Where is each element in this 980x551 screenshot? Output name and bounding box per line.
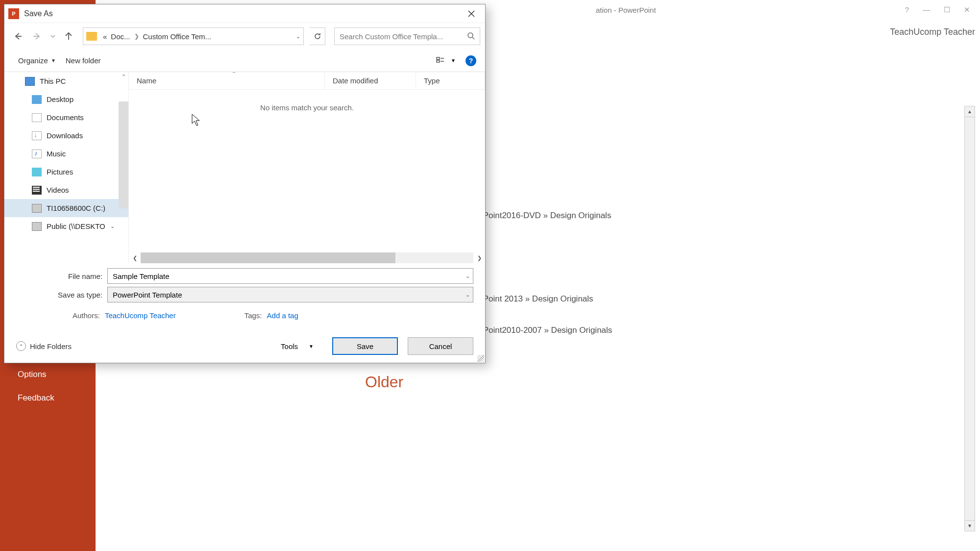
user-label[interactable]: TeachUcomp Teacher	[890, 27, 975, 37]
breadcrumb-pre[interactable]: «	[101, 32, 109, 41]
search-placeholder: Search Custom Office Templa...	[340, 32, 443, 41]
address-dropdown[interactable]: ⌄	[296, 33, 300, 40]
column-date[interactable]: Date modified	[325, 72, 416, 89]
svg-rect-2	[437, 60, 440, 62]
close-button[interactable]: ✕	[964, 5, 970, 14]
dialog-nav-bar: « Doc... ❯ Custom Office Tem... ⌄ Search…	[4, 23, 485, 50]
drive-icon	[32, 204, 42, 213]
tree-music[interactable]: Music	[4, 145, 128, 163]
tools-dropdown[interactable]: Tools ▼	[274, 339, 320, 353]
scroll-down-button[interactable]: ▼	[965, 520, 975, 531]
chevron-right-icon[interactable]: ❯	[132, 33, 141, 40]
nav-up-button[interactable]	[60, 28, 77, 45]
pc-icon	[25, 77, 35, 86]
nav-forward-button[interactable]	[29, 28, 46, 45]
save-button[interactable]: Save	[332, 337, 398, 355]
dialog-bottom-panel: File name: Sample Template ⌄ Save as typ…	[4, 263, 485, 363]
tree-documents[interactable]: Documents	[4, 108, 128, 126]
tree-expand-icon[interactable]: ⌄	[110, 223, 115, 229]
tree-this-pc[interactable]: This PC	[4, 72, 128, 90]
filename-dropdown-icon[interactable]: ⌄	[466, 273, 470, 279]
column-name[interactable]: Name	[129, 72, 325, 89]
savetype-dropdown-icon[interactable]: ⌄	[466, 292, 470, 298]
filename-label: File name:	[16, 272, 107, 280]
chevron-up-icon: ⌃	[16, 341, 26, 351]
organize-button[interactable]: Organize ▼	[13, 53, 61, 68]
tags-label: Tags:	[245, 311, 262, 320]
music-icon	[32, 150, 42, 158]
tree-drive-c[interactable]: TI10658600C (C:)	[4, 199, 128, 217]
vertical-scrollbar[interactable]: ▲ ▼	[964, 106, 975, 531]
sidebar-item-feedback[interactable]: Feedback	[0, 386, 96, 410]
tree-scrollbar-thumb[interactable]	[119, 101, 128, 208]
older-heading: Older	[365, 373, 403, 391]
empty-message: No items match your search.	[129, 90, 485, 125]
cancel-button[interactable]: Cancel	[408, 337, 473, 355]
save-as-dialog: P Save As « Doc... ❯ Custom Office Tem..…	[4, 4, 486, 363]
dialog-titlebar: P Save As	[4, 4, 485, 23]
recent-path-2[interactable]: rPoint 2013 » Design Originals	[480, 294, 612, 304]
help-button[interactable]: ?	[466, 55, 476, 66]
column-headers: ⌃ Name Date modified Type	[129, 72, 485, 90]
sidebar-item-options[interactable]: Options	[0, 363, 96, 386]
pictures-icon	[32, 168, 42, 176]
sort-indicator-icon: ⌃	[232, 72, 236, 77]
svg-rect-1	[437, 57, 440, 59]
ppt-help-button[interactable]: ?	[905, 5, 909, 14]
search-icon[interactable]	[467, 32, 475, 41]
videos-icon	[32, 186, 42, 195]
documents-icon	[32, 113, 42, 122]
tags-value[interactable]: Add a tag	[267, 311, 298, 320]
folder-tree: ⌃ This PC Desktop Documents Downloads Mu…	[4, 72, 129, 263]
downloads-icon	[32, 131, 42, 140]
breadcrumb-2[interactable]: Custom Office Tem...	[141, 32, 214, 41]
desktop-icon	[32, 95, 42, 104]
hscroll-left-button[interactable]: ❮	[129, 252, 141, 263]
dialog-title: Save As	[24, 9, 462, 18]
breadcrumb-1[interactable]: Doc...	[109, 32, 132, 41]
tree-desktop[interactable]: Desktop	[4, 90, 128, 108]
authors-value[interactable]: TeachUcomp Teacher	[105, 311, 176, 320]
hscroll-thumb[interactable]	[141, 252, 395, 263]
nav-back-button[interactable]	[9, 28, 26, 45]
scroll-up-button[interactable]: ▲	[965, 106, 975, 117]
tree-videos[interactable]: Videos	[4, 181, 128, 199]
maximize-button[interactable]: ☐	[944, 5, 950, 14]
file-list-hscroll[interactable]: ❮ ❯	[129, 252, 485, 263]
nav-recent-dropdown[interactable]	[49, 28, 57, 45]
resize-grip[interactable]	[477, 355, 484, 362]
hscroll-right-button[interactable]: ❯	[473, 252, 485, 263]
tree-public[interactable]: Public (\\DESKTO ⌄	[4, 217, 128, 235]
new-folder-button[interactable]: New folder	[61, 53, 106, 68]
folder-icon	[86, 32, 97, 41]
address-bar[interactable]: « Doc... ❯ Custom Office Tem... ⌄	[83, 27, 304, 45]
svg-point-0	[468, 33, 473, 38]
minimize-button[interactable]: —	[923, 5, 930, 14]
filename-input[interactable]: Sample Template ⌄	[107, 268, 473, 284]
tree-pictures[interactable]: Pictures	[4, 163, 128, 181]
powerpoint-icon: P	[8, 8, 19, 19]
recent-path-1[interactable]: rPoint2016-DVD » Design Originals	[480, 211, 612, 221]
column-type[interactable]: Type	[416, 72, 485, 89]
tree-scroll-up[interactable]: ⌃	[122, 74, 126, 80]
recent-paths: rPoint2016-DVD » Design Originals rPoint…	[480, 211, 612, 357]
tree-downloads[interactable]: Downloads	[4, 126, 128, 145]
search-input[interactable]: Search Custom Office Templa...	[334, 27, 480, 45]
recent-path-3[interactable]: rPoint2010-2007 » Design Originals	[480, 326, 612, 335]
view-options-button[interactable]: ▼	[433, 54, 459, 67]
authors-label: Authors:	[73, 311, 100, 320]
network-drive-icon	[32, 222, 42, 231]
file-list: ⌃ Name Date modified Type No items match…	[129, 72, 485, 263]
refresh-button[interactable]	[310, 27, 325, 45]
dialog-toolbar: Organize ▼ New folder ▼ ?	[4, 50, 485, 72]
dialog-close-button[interactable]	[462, 6, 481, 21]
savetype-dropdown[interactable]: PowerPoint Template ⌄	[107, 287, 473, 302]
savetype-label: Save as type:	[16, 291, 107, 299]
hide-folders-button[interactable]: ⌃ Hide Folders	[16, 341, 72, 351]
